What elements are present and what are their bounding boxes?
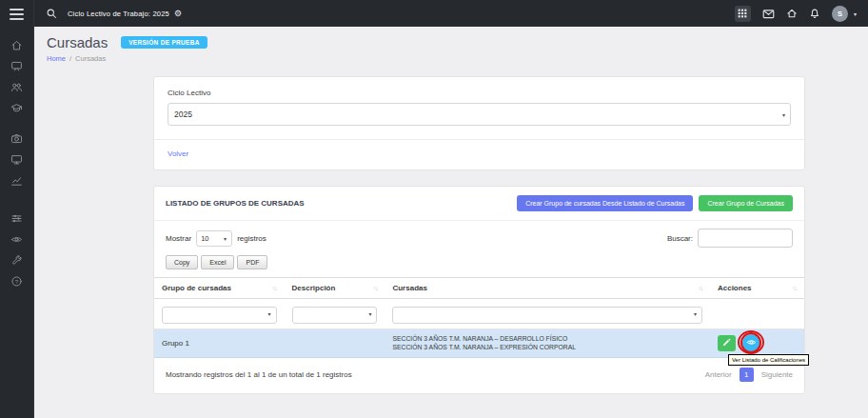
avatar[interactable]: S (832, 6, 848, 22)
volver-link[interactable]: Volver (154, 140, 804, 169)
tooltip: Ver Listado de Calificaciones (728, 354, 809, 366)
search-input[interactable] (698, 229, 793, 248)
sliders-icon (10, 211, 23, 229)
sidebar-item-view[interactable] (0, 230, 33, 251)
column-header-descripcion[interactable]: Descripción↑↓ (285, 278, 385, 299)
pagination-previous[interactable]: Anterior (705, 370, 732, 379)
grupos-card-title: LISTADO DE GRUPOS DE CURSADAS (166, 199, 305, 208)
cursada-line: SECCIÓN 3 AÑOS T.M. NARANJA – DESARROLLO… (392, 334, 702, 344)
sidebar-item-help[interactable]: ? (0, 272, 33, 293)
search-control: Buscar: (667, 229, 793, 248)
search-label: Buscar: (667, 234, 693, 243)
chart-icon (10, 173, 23, 190)
sidebar-item-home[interactable] (0, 36, 33, 57)
create-from-list-button[interactable]: Crear Grupo de cursadas Desde Listado de… (517, 195, 693, 211)
ciclo-lectivo-select[interactable]: 2025 (168, 103, 791, 126)
ciclo-lectivo-label: Ciclo Lectivo (168, 89, 791, 97)
monitor-icon (10, 152, 23, 169)
create-group-button[interactable]: Crear Grupo de Cursadas (699, 195, 793, 211)
gear-icon[interactable]: ⚙ (174, 9, 182, 18)
grupos-table: Grupo de cursadas↑↓ Descripción↑↓ Cursad… (154, 277, 804, 358)
copy-button[interactable]: Copy (166, 255, 198, 269)
topbar: Ciclo Lectivo de Trabajo: 2025 ⚙ S ▾ (34, 0, 868, 27)
filter-grupo-select[interactable] (162, 307, 277, 324)
sort-icon[interactable]: ↑↓ (698, 285, 702, 291)
breadcrumb-current: Cursadas (75, 54, 106, 63)
chevron-down-icon[interactable]: ▾ (854, 10, 857, 17)
pencil-icon (721, 336, 731, 350)
filter-descripcion-select[interactable] (292, 307, 378, 324)
filter-cursadas-select[interactable] (392, 307, 702, 324)
edit-button[interactable] (718, 335, 736, 351)
pagination-next[interactable]: Siguiente (761, 370, 793, 379)
mail-icon[interactable] (762, 8, 775, 20)
breadcrumb-separator: / (69, 54, 71, 63)
ciclo-lectivo-card: Ciclo Lectivo 2025 ▾ Volver (153, 76, 805, 170)
pagination: Anterior 1 Siguiente (705, 368, 793, 382)
pdf-button[interactable]: PDF (237, 255, 267, 269)
svg-text:?: ? (15, 278, 19, 285)
page-length-select[interactable]: 10 (196, 230, 232, 247)
tools-icon (10, 253, 23, 270)
eye-icon (10, 232, 23, 249)
sidebar-item-tools[interactable] (0, 251, 33, 272)
view-calificaciones-button[interactable] (742, 334, 760, 352)
eye-icon (746, 336, 757, 350)
cursadas-cell: SECCIÓN 3 AÑOS T.M. NARANJA – DESARROLLO… (385, 328, 710, 358)
apps-grid-button[interactable] (735, 6, 751, 22)
excel-button[interactable]: Excel (201, 255, 234, 269)
length-suffix-label: registros (237, 234, 266, 243)
help-icon: ? (10, 274, 23, 291)
filter-row: ▾ ▾ ▾ (154, 299, 804, 329)
descripcion-cell (285, 328, 385, 358)
sort-icon[interactable]: ↑↓ (793, 285, 798, 291)
sidebar-item-monitor[interactable] (0, 150, 33, 171)
grupo-cell: Grupo 1 (154, 328, 285, 358)
pagination-page-1[interactable]: 1 (740, 368, 754, 382)
app-window: ? Ciclo Lectivo de Trabajo: 2025 ⚙ S ▾ C… (0, 0, 868, 418)
home-icon (10, 38, 23, 55)
sidebar: ? (0, 0, 34, 418)
column-header-cursadas[interactable]: Cursadas↑↓ (385, 278, 710, 299)
search-icon[interactable] (46, 8, 57, 19)
version-badge: VERSIÓN DE PRUEBA (121, 36, 207, 49)
column-header-grupo[interactable]: Grupo de cursadas↑↓ (154, 278, 285, 299)
sort-icon[interactable]: ↑↓ (373, 285, 378, 291)
bell-icon[interactable] (809, 8, 820, 19)
breadcrumb: Home/Cursadas (47, 54, 868, 63)
sidebar-nav: ? (0, 36, 33, 293)
camera-icon (10, 131, 23, 149)
breadcrumb-home-link[interactable]: Home (47, 54, 66, 63)
acciones-cell: Ver Listado de Calificaciones (710, 328, 804, 358)
records-info: Mostrando registros del 1 al 1 de un tot… (166, 370, 352, 379)
length-control: Mostrar 10 ▾ registros (166, 230, 266, 247)
table-row[interactable]: Grupo 1 SECCIÓN 3 AÑOS T.M. NARANJA – DE… (154, 328, 804, 358)
sidebar-item-settings[interactable] (0, 209, 33, 230)
sidebar-item-media[interactable] (0, 129, 33, 150)
cursada-line: SECCIÓN 3 AÑOS T.M. NARANJA – EXPRESIÓN … (392, 343, 702, 352)
content-area: Cursadas VERSIÓN DE PRUEBA Home/Cursadas… (34, 27, 868, 418)
sidebar-item-board[interactable] (0, 57, 33, 78)
sort-icon[interactable]: ↑↓ (272, 285, 277, 291)
grupos-card: LISTADO DE GRUPOS DE CURSADAS Crear Grup… (153, 186, 805, 394)
column-header-acciones[interactable]: Acciones↑↓ (710, 278, 804, 299)
presentation-board-icon (10, 59, 23, 76)
sidebar-item-academics[interactable] (0, 99, 33, 120)
export-buttons: Copy Excel PDF (154, 251, 804, 277)
length-prefix-label: Mostrar (166, 234, 191, 243)
graduation-cap-icon (10, 101, 23, 118)
work-cycle-title: Ciclo Lectivo de Trabajo: 2025 (68, 10, 169, 18)
users-icon (10, 80, 23, 97)
filter-acciones-empty (710, 299, 804, 329)
sidebar-item-reports[interactable] (0, 171, 33, 192)
home-icon[interactable] (786, 8, 798, 19)
sidebar-item-users[interactable] (0, 78, 33, 99)
page-title: Cursadas (47, 34, 108, 50)
apps-grid-icon (738, 5, 747, 22)
menu-icon[interactable] (10, 9, 24, 23)
